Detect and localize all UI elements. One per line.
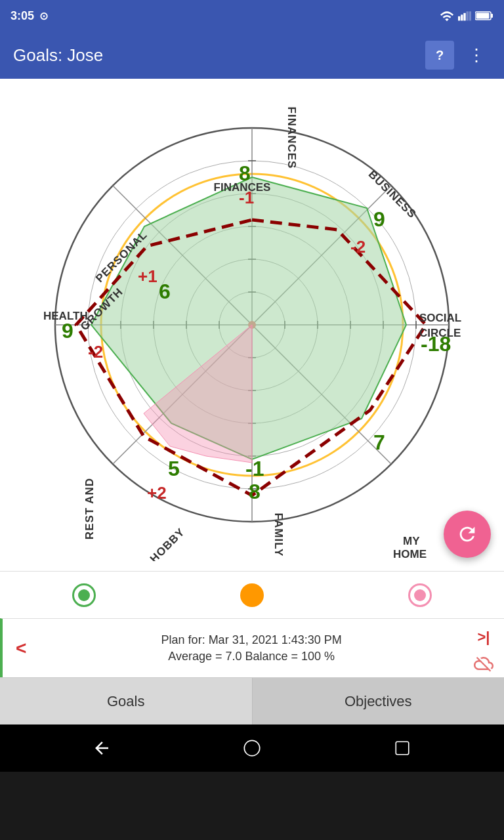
svg-text:SOCIAL: SOCIAL	[419, 312, 461, 324]
svg-text:+1: +1	[138, 266, 158, 286]
status-bar-left: 3:05 ⊙	[10, 9, 48, 23]
svg-text:8: 8	[239, 161, 251, 185]
cloud-off-icon	[471, 654, 496, 673]
nav-back-button[interactable]	[86, 732, 117, 764]
svg-rect-2	[463, 13, 465, 21]
chart-container: FINANCES FINANCES BUSINESS SOCIAL CIRCLE…	[0, 79, 504, 571]
plan-date: Plan for: Mar 31, 2021 1:43:30 PM	[32, 633, 471, 647]
svg-text:FAMILY: FAMILY	[272, 513, 285, 557]
app-bar: Goals: Jose ? ⋮	[0, 32, 504, 79]
dot-green[interactable]	[72, 583, 96, 607]
dot-pink[interactable]	[408, 583, 432, 607]
bottom-tabs: Goals Objectives	[0, 677, 504, 724]
help-button[interactable]: ?	[425, 41, 454, 70]
svg-rect-7	[476, 13, 490, 19]
nav-recents-button[interactable]	[387, 732, 418, 764]
svg-text:-2: -2	[88, 342, 103, 362]
plan-next-button[interactable]: >|	[472, 623, 495, 651]
plan-info: Plan for: Mar 31, 2021 1:43:30 PM Averag…	[32, 633, 471, 663]
back-icon	[92, 738, 112, 758]
svg-point-71	[244, 740, 259, 755]
svg-text:6: 6	[159, 280, 171, 303]
pocket-icon: ⊙	[39, 10, 48, 22]
refresh-icon	[456, 523, 478, 545]
status-bar: 3:05 ⊙	[0, 0, 504, 32]
goals-tab[interactable]: Goals	[0, 678, 253, 724]
svg-text:5: 5	[168, 457, 180, 480]
dot-orange[interactable]	[240, 583, 264, 607]
svg-text:FINANCES: FINANCES	[285, 107, 298, 169]
home-icon	[243, 739, 261, 757]
battery-icon	[475, 10, 494, 21]
svg-text:-1: -1	[239, 188, 254, 207]
more-button[interactable]: ⋮	[462, 41, 491, 70]
recents-icon	[394, 740, 411, 757]
svg-text:MY: MY	[403, 535, 420, 547]
app-bar-actions: ? ⋮	[425, 41, 491, 70]
signal-icon	[458, 10, 471, 22]
svg-rect-72	[396, 742, 410, 755]
wifi-icon	[440, 10, 454, 22]
svg-text:-1: -1	[245, 457, 264, 480]
svg-text:7: 7	[373, 430, 385, 454]
svg-text:-18: -18	[421, 332, 451, 356]
objectives-tab[interactable]: Objectives	[253, 678, 505, 724]
svg-text:+2: +2	[147, 483, 167, 503]
status-bar-right	[440, 10, 494, 22]
svg-rect-0	[458, 16, 460, 21]
dots-row	[0, 571, 504, 618]
svg-text:8: 8	[249, 480, 261, 503]
radar-chart: FINANCES FINANCES BUSINESS SOCIAL CIRCLE…	[16, 89, 488, 561]
plan-prev-button[interactable]: <	[10, 633, 32, 664]
svg-rect-6	[491, 14, 493, 18]
svg-text:REST AND: REST AND	[83, 478, 96, 539]
svg-text:9: 9	[62, 319, 74, 343]
svg-rect-3	[467, 11, 469, 20]
plan-stats: Average = 7.0 Balance = 100 %	[32, 650, 471, 663]
nav-home-button[interactable]	[236, 732, 268, 764]
svg-text:9: 9	[373, 207, 385, 231]
svg-text:HOME: HOME	[393, 548, 427, 560]
svg-text:-2: -2	[350, 237, 366, 257]
svg-text:HOBBY: HOBBY	[148, 526, 187, 561]
status-time: 3:05	[10, 9, 34, 23]
plan-row: < Plan for: Mar 31, 2021 1:43:30 PM Aver…	[0, 618, 504, 677]
app-bar-title: Goals: Jose	[13, 45, 103, 66]
refresh-fab-button[interactable]	[444, 511, 491, 558]
svg-rect-4	[469, 11, 471, 20]
nav-bar	[0, 724, 504, 772]
svg-rect-1	[461, 14, 463, 20]
